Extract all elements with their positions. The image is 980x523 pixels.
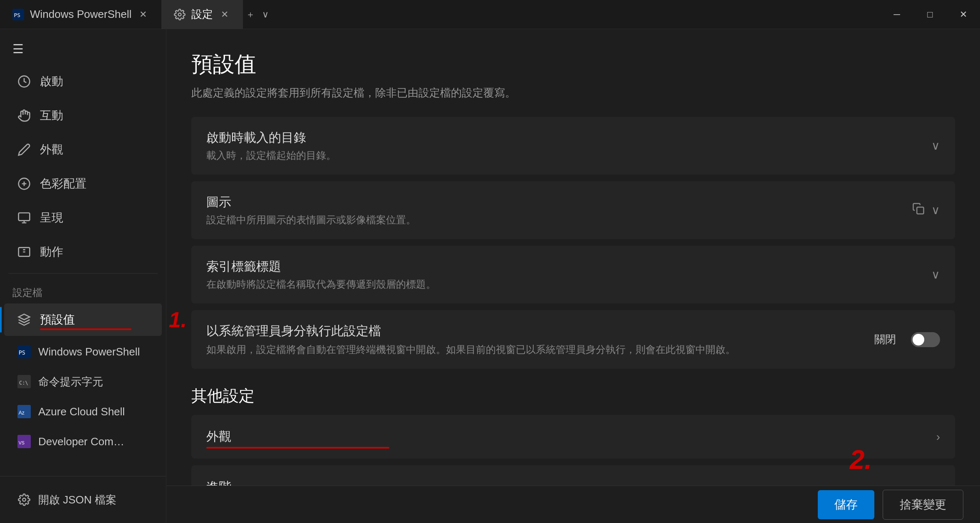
admin-row: 以系統管理員身分執行此設定檔 如果啟用，設定檔將會自動在管理終端機視窗中開啟。如… [191, 310, 955, 369]
admin-title: 以系統管理員身分執行此設定檔 [206, 323, 874, 340]
sidebar-item-devprompt[interactable]: VS Developer Command Prompt for VS 202 [4, 427, 162, 456]
appearance-nav-chevron: › [936, 430, 940, 444]
ps-icon: PS [17, 344, 32, 359]
tab-title-right: ∨ [931, 268, 940, 281]
annotation-1: 1. [169, 307, 187, 332]
sidebar-item-defaults[interactable]: 預設值 1. [4, 303, 162, 336]
startup-dir-header[interactable]: 啟動時載入的目錄 載入時，設定檔起始的目錄。 ∨ [191, 117, 955, 175]
sidebar-item-startup[interactable]: 啟動 [4, 65, 162, 98]
sidebar-item-interaction-label: 互動 [40, 108, 63, 123]
icon-header[interactable]: 圖示 設定檔中所用圖示的表情圖示或影像檔案位置。 ∨ [191, 181, 955, 239]
svg-text:C:\: C:\ [19, 380, 28, 386]
page-subtitle: 此處定義的設定將套用到所有設定檔，除非已由設定檔的設定覆寫。 [191, 86, 955, 100]
tab-settings-label: 設定 [191, 7, 213, 22]
hamburger-button[interactable]: ☰ [0, 33, 166, 64]
tab-title-header[interactable]: 索引標籤標題 在啟動時將設定檔名稱取代為要傳遞到殼層的標題。 ∨ [191, 246, 955, 303]
azure-icon: Az [17, 404, 32, 419]
annotation-underline-1 [40, 328, 131, 330]
close-button[interactable]: ✕ [947, 0, 980, 29]
sidebar: ☰ 啟動 互動 [0, 29, 166, 523]
annotation-2: 2. [850, 444, 872, 475]
icon-title: 圖示 [206, 194, 416, 211]
appearance-nav-title: 外觀 [206, 428, 231, 445]
sidebar-item-powershell[interactable]: PS Windows PowerShell [4, 338, 162, 366]
toggle-thumb [913, 334, 924, 345]
sidebar-item-interaction[interactable]: 互動 [4, 99, 162, 132]
startup-dir-right: ∨ [931, 139, 940, 153]
svg-text:VS: VS [19, 440, 25, 445]
save-button[interactable]: 儲存 [818, 490, 874, 519]
svg-text:PS: PS [19, 350, 25, 356]
interaction-icon [17, 108, 32, 123]
svg-point-15 [22, 498, 26, 501]
actions-icon [17, 244, 32, 259]
titlebar: PS Windows PowerShell ✕ 設定 ✕ ＋ ∨ ─ □ ✕ [0, 0, 980, 29]
icon-card: 圖示 設定檔中所用圖示的表情圖示或影像檔案位置。 ∨ [191, 181, 955, 239]
tab-powershell-label: Windows PowerShell [30, 8, 131, 21]
sidebar-item-powershell-label: Windows PowerShell [38, 345, 140, 358]
copy-icon[interactable] [912, 202, 925, 218]
page-title: 預設值 [191, 50, 955, 79]
sidebar-item-cmd[interactable]: C:\ 命令提示字元 [4, 368, 162, 396]
dev-icon: VS [17, 434, 32, 449]
sidebar-item-color-label: 色彩配置 [40, 176, 87, 192]
other-settings-title: 其他設定 [191, 385, 955, 407]
svg-marker-6 [19, 314, 30, 320]
dropdown-button[interactable]: ∨ [258, 7, 273, 22]
svg-text:PS: PS [14, 12, 20, 18]
main-layout: ☰ 啟動 互動 [0, 29, 980, 523]
admin-left: 以系統管理員身分執行此設定檔 如果啟用，設定檔將會自動在管理終端機視窗中開啟。如… [206, 323, 874, 356]
sidebar-item-color[interactable]: 色彩配置 [4, 168, 162, 200]
cancel-button[interactable]: 捨棄變更 [883, 490, 963, 520]
sidebar-item-azure[interactable]: Az Azure Cloud Shell [4, 397, 162, 426]
sidebar-item-startup-label: 啟動 [40, 74, 63, 89]
window-controls: ─ □ ✕ [880, 0, 980, 29]
sidebar-item-rendering-label: 呈現 [40, 210, 63, 226]
sidebar-item-rendering[interactable]: 呈現 [4, 202, 162, 234]
sidebar-item-actions[interactable]: 動作 [4, 236, 162, 268]
toggle-label: 關閉 [874, 332, 896, 347]
startup-dir-chevron: ∨ [931, 139, 940, 153]
admin-card: 以系統管理員身分執行此設定檔 如果啟用，設定檔將會自動在管理終端機視窗中開啟。如… [191, 310, 955, 369]
svg-text:Az: Az [19, 410, 25, 416]
open-json-label: 開啟 JSON 檔案 [38, 493, 116, 507]
tab-title-desc: 在啟動時將設定檔名稱取代為要傳遞到殼層的標題。 [206, 278, 436, 291]
tab-powershell[interactable]: PS Windows PowerShell ✕ [0, 0, 161, 29]
sidebar-item-actions-label: 動作 [40, 244, 63, 260]
content-area: 預設值 此處定義的設定將套用到所有設定檔，除非已由設定檔的設定覆寫。 啟動時載入… [166, 29, 980, 523]
icon-chevron: ∨ [931, 203, 940, 217]
add-tab-button[interactable]: ＋ [243, 7, 258, 22]
sidebar-bottom: 開啟 JSON 檔案 [0, 476, 166, 523]
icon-desc: 設定檔中所用圖示的表情圖示或影像檔案位置。 [206, 213, 416, 227]
open-json-button[interactable]: 開啟 JSON 檔案 [4, 486, 162, 514]
settings-tab-icon [174, 9, 186, 20]
appearance-icon [17, 142, 32, 157]
admin-toggle[interactable] [911, 332, 940, 347]
minimize-button[interactable]: ─ [880, 0, 913, 29]
sidebar-item-appearance[interactable]: 外觀 [4, 133, 162, 166]
svg-rect-4 [19, 213, 30, 221]
tab-title-chevron: ∨ [931, 268, 940, 281]
startup-dir-title: 啟動時載入的目錄 [206, 129, 336, 146]
sidebar-item-appearance-label: 外觀 [40, 142, 63, 158]
cmd-icon: C:\ [17, 374, 32, 389]
appearance-nav-card[interactable]: 外觀 2. › [191, 415, 955, 459]
admin-desc: 如果啟用，設定檔將會自動在管理終端機視窗中開啟。如果目前的視窗已以系統管理員身分… [206, 343, 874, 356]
tab-settings[interactable]: 設定 ✕ [161, 0, 243, 29]
profiles-label: 設定檔 [0, 278, 166, 303]
icon-right: ∨ [912, 202, 940, 218]
color-icon [17, 176, 32, 191]
admin-right: 關閉 [874, 332, 940, 347]
tab-powershell-close[interactable]: ✕ [137, 9, 149, 20]
tab-title-card: 索引標籤標題 在啟動時將設定檔名稱取代為要傳遞到殼層的標題。 ∨ [191, 246, 955, 303]
gear-icon [17, 492, 32, 507]
sidebar-item-cmd-label: 命令提示字元 [38, 375, 103, 389]
startup-dir-desc: 載入時，設定檔起始的目錄。 [206, 149, 336, 162]
sidebar-divider-1 [8, 273, 158, 274]
annotation-underline-2 [206, 447, 389, 449]
tab-title-title: 索引標籤標題 [206, 258, 436, 275]
svg-rect-16 [917, 207, 923, 214]
maximize-button[interactable]: □ [913, 0, 947, 29]
sidebar-item-defaults-label: 預設值 [40, 312, 75, 328]
tab-settings-close[interactable]: ✕ [219, 9, 230, 20]
